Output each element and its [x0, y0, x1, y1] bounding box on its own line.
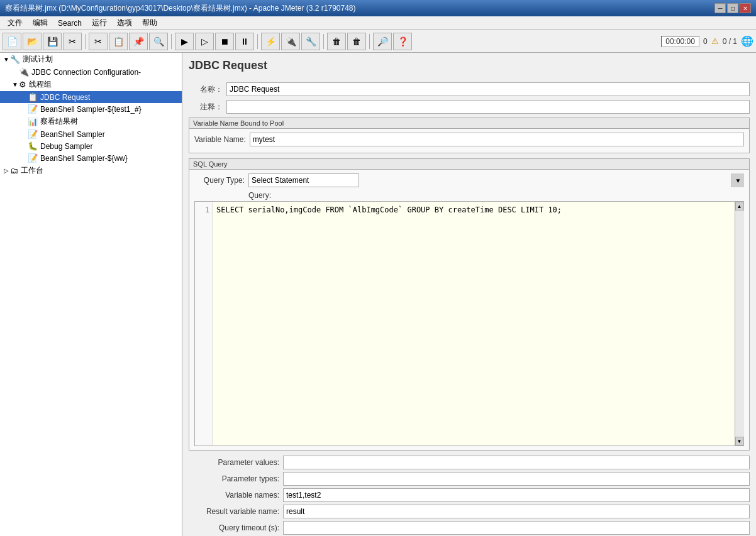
menu-run[interactable]: 运行 [87, 16, 112, 30]
tree-item-beanshell-1[interactable]: 📝 BeanShell Sampler-${test1_#} [0, 103, 182, 115]
tree-item-jdbc-request[interactable]: 📋 JDBC Request [0, 91, 182, 103]
query-label-row: Query: [194, 191, 744, 200]
scroll-up-button[interactable]: ▲ [735, 202, 744, 211]
expand-button[interactable]: 🔍 [149, 33, 168, 50]
query-timeout-label: Query timeout (s): [189, 523, 283, 532]
test-plan-icon: 🔧 [10, 55, 20, 64]
tree-item-beanshell-2[interactable]: 📝 BeanShell Sampler [0, 128, 182, 140]
remote-start-button[interactable]: ⚡ [261, 33, 280, 50]
param-types-input[interactable] [283, 472, 750, 486]
save-button[interactable]: 💾 [43, 33, 62, 50]
comment-input[interactable] [226, 100, 750, 114]
tree-label-workbench: 工作台 [21, 165, 43, 176]
param-values-label: Parameter values: [189, 458, 283, 467]
name-row: 名称： [189, 82, 750, 96]
cut-button[interactable]: ✂ [89, 33, 108, 50]
tree-label-debug-sampler: Debug Sampler [40, 142, 92, 151]
new-button[interactable]: 📄 [3, 33, 21, 50]
menu-help[interactable]: 帮助 [137, 16, 162, 30]
menu-edit[interactable]: 编辑 [28, 16, 53, 30]
clear-all-button[interactable]: 🗑 [347, 33, 366, 50]
query-timeout-row: Query timeout (s): [189, 521, 750, 535]
globe-icon: 🌐 [741, 35, 753, 47]
tree-label-beanshell-3: BeanShell Sampler-${ww} [40, 154, 128, 163]
separator-3 [257, 34, 258, 49]
shuriken-button[interactable]: ✂ [63, 33, 82, 50]
start-no-pause-button[interactable]: ▷ [195, 33, 214, 50]
open-button[interactable]: 📂 [23, 33, 42, 50]
close-button[interactable]: ✕ [740, 3, 751, 13]
menu-bar: 文件 编辑 Search 运行 选项 帮助 [0, 16, 756, 30]
content-panel: JDBC Request 名称： 注释： Variable Name Bound… [182, 53, 756, 536]
remote-stop-button[interactable]: 🔌 [281, 33, 300, 50]
param-values-input[interactable] [283, 456, 750, 469]
main-layout: ▼ 🔧 测试计划 🔌 JDBC Connection Configuration… [0, 53, 756, 536]
tree-item-beanshell-3[interactable]: 📝 BeanShell Sampler-${ww} [0, 152, 182, 164]
expand-arrow-thread-group: ▼ [11, 81, 19, 88]
result-var-label: Result variable name: [189, 507, 283, 516]
query-type-row: Query Type: Select Statement Update Stat… [194, 173, 744, 187]
menu-file[interactable]: 文件 [3, 16, 28, 30]
scroll-down-button[interactable]: ▼ [735, 437, 744, 446]
separator-5 [369, 34, 370, 49]
expand-arrow-workbench: ▷ [3, 167, 10, 174]
query-editor: 1 SELECT serialNo,imgCode FROM `AlbImgCo… [194, 201, 744, 446]
query-timeout-input[interactable] [283, 521, 750, 535]
thread-count: 0 / 1 [723, 37, 737, 46]
result-var-input[interactable] [283, 505, 750, 518]
window-controls: ─ □ ✕ [714, 3, 751, 13]
tree-item-view-results[interactable]: 📊 察看结果树 [0, 115, 182, 128]
minimize-button[interactable]: ─ [714, 3, 726, 13]
timer-display: 00:00:00 [661, 36, 699, 47]
paste-button[interactable]: 📌 [129, 33, 148, 50]
expand-arrow-test-plan: ▼ [3, 56, 10, 63]
name-label: 名称： [189, 84, 226, 95]
toolbar-right: 00:00:00 0 ⚠ 0 / 1 🌐 [661, 35, 753, 47]
variable-name-label: Variable Name: [194, 135, 246, 144]
param-values-row: Parameter values: [189, 456, 750, 469]
menu-options[interactable]: 选项 [112, 16, 137, 30]
editor-scrollbar: ▲ ▼ [735, 202, 743, 446]
tree-label-beanshell-1: BeanShell Sampler-${test1_#} [40, 105, 142, 114]
line-numbers: 1 [195, 202, 213, 446]
variable-name-input[interactable] [250, 133, 744, 146]
tree-item-workbench[interactable]: ▷ 🗂 工作台 [0, 164, 182, 177]
jdbc-request-icon: 📋 [28, 92, 38, 102]
maximize-button[interactable]: □ [727, 3, 738, 13]
result-var-row: Result variable name: [189, 505, 750, 518]
var-pool-content: Variable Name: [189, 129, 749, 153]
help-button[interactable]: ❓ [393, 33, 412, 50]
shutdown-button[interactable]: ⏸ [235, 33, 254, 50]
var-pool-section: Variable Name Bound to Pool Variable Nam… [189, 118, 750, 153]
tree-item-thread-group[interactable]: ▼ ⚙ 线程组 [0, 78, 182, 91]
tree-label-view-results: 察看结果树 [40, 116, 78, 127]
query-textarea[interactable]: SELECT serialNo,imgCode FROM `AlbImgCode… [213, 202, 735, 446]
var-names-input[interactable] [283, 488, 750, 502]
query-label: Query: [248, 191, 271, 200]
query-type-label: Query Type: [194, 176, 245, 185]
remote-shutdown-button[interactable]: 🔧 [301, 33, 320, 50]
tree-item-debug-sampler[interactable]: 🐛 Debug Sampler [0, 140, 182, 152]
clear-button[interactable]: 🗑 [327, 33, 346, 50]
panel-title: JDBC Request [189, 59, 750, 76]
query-type-select[interactable]: Select Statement Update Statement Callab… [248, 173, 359, 187]
search-button[interactable]: 🔎 [373, 33, 392, 50]
var-names-row: Variable names: [189, 488, 750, 502]
view-results-icon: 📊 [28, 117, 38, 126]
toolbar: 📄 📂 💾 ✂ ✂ 📋 📌 🔍 ▶ ▷ ⏹ ⏸ ⚡ 🔌 🔧 🗑 🗑 🔎 ❓ 00… [0, 30, 756, 53]
var-pool-header: Variable Name Bound to Pool [189, 118, 749, 129]
name-input[interactable] [226, 82, 750, 96]
tree-item-jdbc-conn[interactable]: 🔌 JDBC Connection Configuration- [0, 66, 182, 78]
tree-item-test-plan[interactable]: ▼ 🔧 测试计划 [0, 53, 182, 66]
thread-group-icon: ⚙ [19, 80, 26, 89]
query-type-arrow: ▼ [731, 173, 744, 187]
title-text: 察看结果树.jmx (D:\MyConfiguration\gyp43017\D… [5, 3, 356, 14]
separator-4 [323, 34, 324, 49]
beanshell-2-icon: 📝 [28, 129, 38, 139]
menu-search[interactable]: Search [53, 16, 87, 30]
separator-2 [171, 34, 172, 49]
copy-button[interactable]: 📋 [109, 33, 128, 50]
error-count: 0 [703, 37, 708, 46]
start-button[interactable]: ▶ [175, 33, 194, 50]
stop-button[interactable]: ⏹ [215, 33, 234, 50]
